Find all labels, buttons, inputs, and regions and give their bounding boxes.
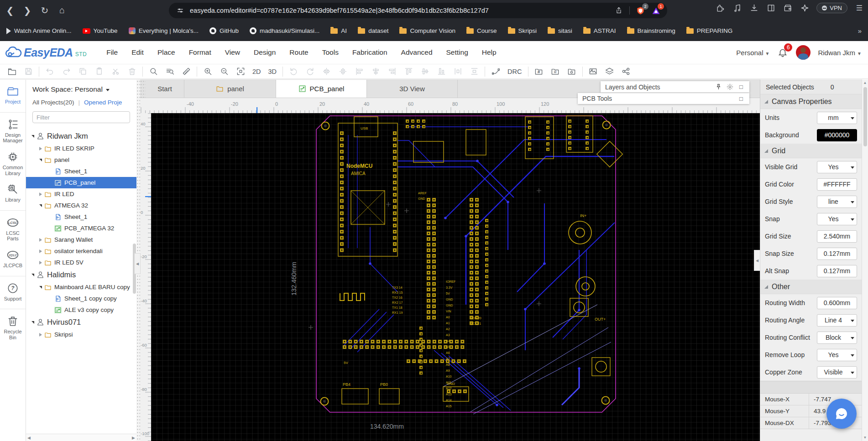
extensions-icon[interactable]	[715, 3, 725, 13]
music-icon[interactable]	[732, 3, 742, 13]
toolbar-share-nodes-button[interactable]	[618, 65, 634, 78]
caret-expanded-icon[interactable]	[39, 286, 42, 289]
scroll-right-icon[interactable]: ▶	[132, 436, 135, 440]
notifications-button[interactable]: 6	[777, 47, 789, 58]
scrollbar-thumb[interactable]	[863, 87, 867, 146]
toolbar-folder-open-button[interactable]	[4, 65, 20, 78]
menu-place[interactable]: Place	[151, 46, 182, 59]
property-dropdown-units[interactable]: mm	[817, 112, 857, 124]
site-settings-icon[interactable]	[175, 5, 185, 16]
workspace-selector[interactable]: Work Space: Personal	[32, 85, 130, 93]
toolbar-layers-button[interactable]	[601, 65, 618, 78]
sidebar-item-recycle-bin[interactable]: Recycle Bin	[0, 315, 26, 340]
toolbar-folder-gear-button[interactable]	[564, 65, 580, 78]
menu-file[interactable]: File	[99, 46, 125, 59]
tree-item-ridwan-jkm[interactable]: Ridwan Jkm	[26, 130, 136, 143]
toolbar-save-button[interactable]	[20, 65, 37, 78]
tree-item-sheet-1[interactable]: Sheet_1	[26, 166, 136, 177]
toolbar-distribute-h-button[interactable]	[450, 65, 466, 78]
property-input-routing-width[interactable]: 0.600mm	[817, 297, 857, 309]
back-icon[interactable]: ❮	[3, 3, 17, 18]
toolbar-flip-v-button[interactable]	[335, 65, 351, 78]
property-dropdown-routing-conflict[interactable]: Block	[817, 332, 857, 344]
privacy-extension-icon[interactable]: 1	[651, 5, 661, 16]
caret-collapsed-icon[interactable]	[39, 238, 42, 242]
toolbar-distribute-v-button[interactable]	[466, 65, 482, 78]
caret-collapsed-icon[interactable]	[39, 249, 42, 253]
toolbar-rotate-ccw-button[interactable]	[285, 65, 302, 78]
property-input-alt-snap[interactable]: 0.127mm	[817, 265, 857, 277]
property-dropdown-grid-style[interactable]: line	[817, 196, 857, 208]
download-icon[interactable]	[749, 3, 759, 13]
pcb-tools-panel[interactable]: PCB Tools □	[578, 93, 749, 104]
toolbar-align-top-button[interactable]	[400, 65, 417, 78]
menu-tools[interactable]: Tools	[315, 46, 345, 59]
layers-and-objects-panel[interactable]: Layers and Objects □	[601, 81, 749, 93]
browser-menu-icon[interactable]: ☰	[854, 3, 864, 13]
bookmark-item[interactable]: madhasuki/Simulasi...	[250, 27, 319, 34]
property-input-grid-size[interactable]: 2.540mm	[817, 230, 857, 243]
bookmark-item[interactable]: YouTube	[83, 27, 118, 34]
tree-item-ir-led-5v[interactable]: IR LED 5V	[26, 257, 136, 268]
tab-pcb-panel[interactable]: PCB_panel	[276, 80, 367, 98]
toolbar-align-bottom-button[interactable]	[433, 65, 450, 78]
property-input-background[interactable]: #000000	[817, 129, 857, 141]
menu-format[interactable]: Format	[182, 46, 218, 59]
tree-item-osilator-terkendali[interactable]: osilator terkendali	[26, 245, 136, 257]
sidebar-item-lcsc-parts[interactable]: LCSCLCSC Parts	[0, 217, 26, 242]
toolbar-zoom-fit-button[interactable]	[232, 65, 249, 78]
avatar[interactable]	[796, 45, 810, 60]
tree-item-sheet-1-copy-copy[interactable]: Sheet_1 copy copy	[26, 293, 136, 304]
sidebar-item-project[interactable]: Project	[0, 85, 26, 105]
section-header-grid[interactable]: Grid	[760, 144, 862, 158]
bookmark-item[interactable]: Brainstroming	[627, 27, 675, 34]
gear-icon[interactable]	[726, 83, 733, 91]
bookmark-item[interactable]: GitHub	[209, 27, 239, 34]
tree-item-pcb-panel[interactable]: PCB_panel	[26, 177, 136, 188]
tree-item-ir-led[interactable]: IR LED	[26, 188, 136, 200]
bookmark-item[interactable]: ASTRAI	[583, 27, 616, 34]
caret-expanded-icon[interactable]	[39, 159, 42, 161]
bookmark-item[interactable]: AI	[330, 27, 347, 34]
caret-expanded-icon[interactable]	[31, 274, 34, 276]
toolbar-image-folder-button[interactable]	[585, 65, 601, 78]
menu-setting[interactable]: Setting	[439, 46, 475, 59]
wallet-icon[interactable]	[783, 3, 793, 13]
property-dropdown-visible-grid[interactable]: Yes	[817, 161, 857, 173]
workspace-menu[interactable]: Personal▼	[736, 49, 769, 57]
toolbar-folder-g-button[interactable]: G	[547, 65, 564, 78]
property-input-snap-size[interactable]: 0.127mm	[817, 248, 857, 260]
caret-expanded-icon[interactable]	[31, 135, 34, 138]
menu-route[interactable]: Route	[282, 46, 315, 59]
tree-item-skripsi[interactable]: Skripsi	[26, 329, 136, 340]
url-bar[interactable]: easyeda.com/editor#id=c0787e162e7b42639d…	[169, 3, 667, 18]
toolbar-cut-button[interactable]	[107, 65, 124, 78]
tree-item-mainboard-ale-baru-copy[interactable]: Mainboard ALE BARU copy	[26, 281, 136, 293]
toolbar-align-middle-button[interactable]	[417, 65, 433, 78]
toolbar-flip-h-button[interactable]	[318, 65, 335, 78]
toolbar-zoom-in-button[interactable]	[199, 65, 216, 78]
caret-expanded-icon[interactable]	[31, 321, 34, 324]
opened-projects-link[interactable]: Opened Proje	[84, 99, 122, 106]
caret-collapsed-icon[interactable]	[39, 147, 42, 150]
caret-collapsed-icon[interactable]	[39, 261, 42, 265]
bookmark-item[interactable]: PREPARING	[686, 27, 733, 34]
toolbar-search-button[interactable]	[145, 65, 162, 78]
toolbar-folder-b-button[interactable]: B	[531, 65, 547, 78]
easyeda-logo[interactable]: EasyEDA STD	[5, 46, 87, 59]
toolbar-measure-button[interactable]	[178, 65, 194, 78]
toolbar-trash-button[interactable]	[124, 65, 140, 78]
bookmarks-overflow-icon[interactable]: »	[858, 27, 862, 35]
sidebar-item-design-manager[interactable]: Design Manager	[0, 119, 26, 144]
collapse-right-panel-handle[interactable]: ◀	[754, 250, 760, 271]
pcb-canvas[interactable]: NodeMCUAMICAUSBAREFGNDIN+OUT+PB4PB0GND5V…	[151, 113, 760, 441]
tree-item-sarang-wallet[interactable]: Sarang Wallet	[26, 234, 136, 245]
toolbar-align-left-button[interactable]	[351, 65, 367, 78]
bookmark-item[interactable]: dataset	[358, 27, 388, 34]
toolbar-undo-button[interactable]	[42, 65, 58, 78]
toolbar-align-center-button[interactable]	[367, 65, 384, 78]
expand-panel-icon[interactable]: □	[737, 83, 745, 91]
toolbar-redo-button[interactable]	[58, 65, 74, 78]
property-input-grid-color[interactable]: #FFFFFF	[817, 178, 857, 191]
toolbar-drc-button[interactable]: DRC	[504, 68, 525, 75]
